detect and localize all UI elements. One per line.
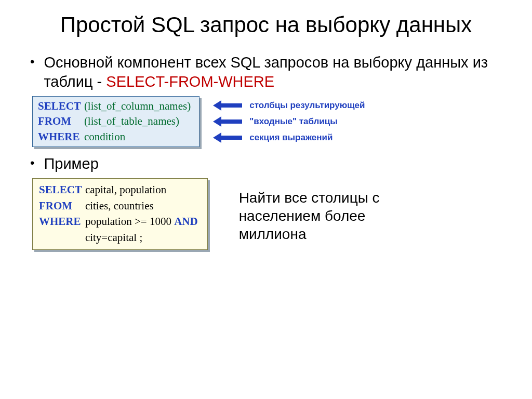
arrow-left-icon [213, 100, 242, 111]
bullet-main: • Основной компонент всех SQL запросов н… [21, 53, 511, 91]
bullet-dot-icon: • [30, 154, 34, 172]
sql-template-box: SELECT (list_of_column_names) FROM (list… [32, 96, 200, 147]
arrow-label-tables: "входные" таблицы [249, 116, 365, 127]
arg-from: (list_of_table_names) [84, 115, 179, 127]
bullet-dot-icon: • [30, 53, 34, 71]
arrow-column [213, 98, 242, 145]
kw-from: FROM [38, 115, 71, 127]
arrow-left-icon [213, 132, 242, 143]
arrow-label-columns: столбцы результирующей [249, 100, 365, 111]
example-description: Найти все столицы с населением более мил… [239, 189, 410, 243]
ex-where-line1: population >= 1000 [85, 215, 174, 228]
example-section: SELECT capital, population FROM cities, … [21, 178, 511, 250]
ex-where-line2: city=capital ; [85, 231, 142, 244]
arrow-label-condition: секция выражений [249, 132, 365, 143]
sql-example-box: SELECT capital, population FROM cities, … [32, 178, 208, 250]
ex-arg-from: cities, countries [85, 200, 154, 212]
sql-template-diagram: SELECT (list_of_column_names) FROM (list… [32, 96, 511, 147]
arg-where: condition [84, 130, 125, 143]
kw-where: WHERE [38, 130, 80, 143]
ex-arg-select: capital, population [85, 183, 166, 196]
example-label: Пример [44, 154, 98, 173]
ex-kw-select: SELECT [39, 183, 82, 196]
arg-select: (list_of_column_names) [84, 100, 191, 112]
kw-select: SELECT [38, 100, 81, 112]
ex-where-and: AND [174, 215, 198, 228]
arrow-label-column: столбцы результирующей "входные" таблицы… [249, 98, 365, 145]
bullet-main-text: Основной компонент всех SQL запросов на … [44, 53, 511, 91]
bullet-example: • Пример [21, 154, 511, 173]
ex-kw-from: FROM [39, 200, 72, 212]
arrow-left-icon [213, 116, 242, 127]
bullet-main-highlight: SELECT-FROM-WHERE [106, 73, 274, 90]
ex-kw-where: WHERE [39, 215, 81, 228]
slide-title: Простой SQL запрос на выборку данных [21, 12, 511, 37]
